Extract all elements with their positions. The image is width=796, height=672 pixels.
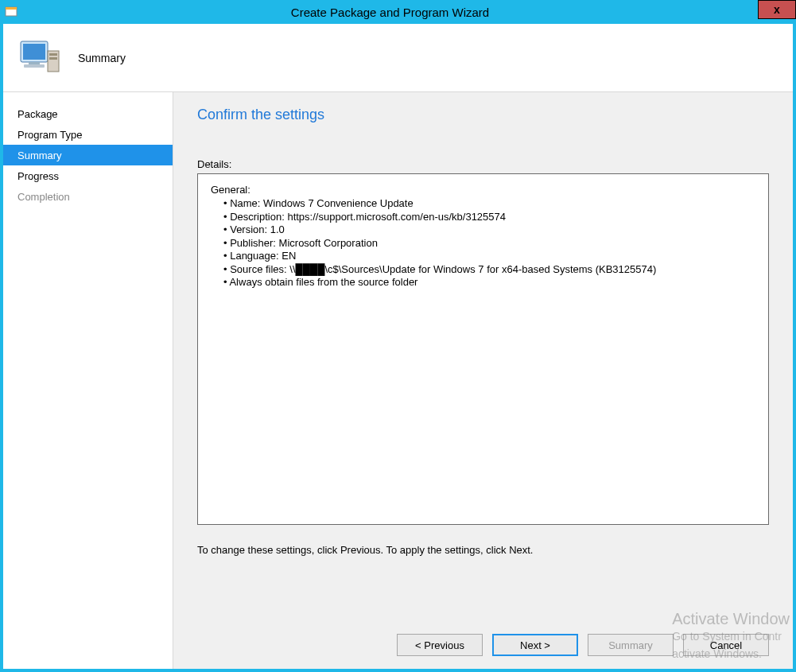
- close-icon: x: [774, 3, 780, 16]
- details-item: Source files: \\████\c$\Sources\Update f…: [231, 263, 755, 277]
- details-item: Always obtain files from the source fold…: [231, 276, 755, 289]
- sidebar-item-label: Program Type: [17, 129, 82, 141]
- details-item: Description: https://support.microsoft.c…: [231, 211, 755, 224]
- wizard-header: Summary: [3, 24, 793, 92]
- svg-rect-1: [6, 7, 17, 10]
- details-item: Name: Windows 7 Convenience Update: [231, 197, 755, 211]
- sidebar-item-summary[interactable]: Summary: [3, 145, 173, 165]
- previous-button[interactable]: < Previous: [397, 634, 483, 656]
- wizard-window: Create Package and Program Wizard x Summ…: [0, 0, 796, 672]
- details-item: Publisher: Microsoft Corporation: [231, 237, 755, 251]
- wizard-body: Package Program Type Summary Progress Co…: [3, 92, 793, 669]
- details-label: Details:: [197, 158, 769, 170]
- page-heading: Confirm the settings: [197, 107, 769, 123]
- sidebar-item-label: Progress: [17, 170, 59, 182]
- svg-rect-5: [24, 64, 45, 68]
- title-bar: Create Package and Program Wizard x: [0, 0, 796, 24]
- svg-rect-3: [23, 44, 45, 60]
- details-section-heading: General:: [211, 184, 755, 196]
- details-item: Language: EN: [231, 250, 755, 263]
- button-row: < Previous Next > Summary Cancel: [397, 634, 769, 656]
- summary-button[interactable]: Summary: [588, 634, 674, 656]
- details-item: Version: 1.0: [231, 223, 755, 237]
- svg-rect-8: [49, 57, 57, 60]
- sidebar-item-package[interactable]: Package: [3, 103, 173, 124]
- computer-icon: [17, 36, 62, 80]
- window-title: Create Package and Program Wizard: [22, 6, 758, 19]
- svg-rect-7: [49, 53, 57, 56]
- next-button[interactable]: Next >: [492, 634, 578, 656]
- sidebar-item-program-type[interactable]: Program Type: [3, 124, 173, 145]
- details-box: General: Name: Windows 7 Convenience Upd…: [197, 173, 769, 525]
- sidebar-item-label: Summary: [17, 150, 62, 161]
- sidebar: Package Program Type Summary Progress Co…: [3, 92, 173, 669]
- details-list: Name: Windows 7 Convenience Update Descr…: [211, 197, 755, 289]
- svg-rect-4: [29, 62, 40, 64]
- sidebar-item-label: Completion: [17, 191, 70, 203]
- main-panel: Confirm the settings Details: General: N…: [173, 92, 793, 669]
- page-title: Summary: [62, 52, 126, 64]
- sidebar-item-progress[interactable]: Progress: [3, 165, 173, 186]
- sidebar-item-label: Package: [17, 108, 58, 120]
- app-icon: [0, 0, 22, 24]
- hint-text: To change these settings, click Previous…: [197, 544, 769, 556]
- sidebar-item-completion[interactable]: Completion: [3, 186, 173, 207]
- cancel-button[interactable]: Cancel: [683, 634, 769, 656]
- close-button[interactable]: x: [758, 0, 796, 19]
